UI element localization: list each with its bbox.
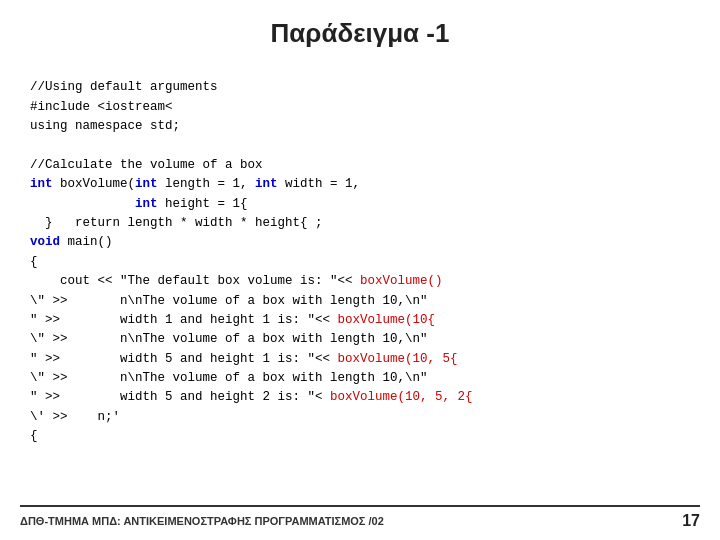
code-area: //Using default arguments #include <iost… bbox=[0, 59, 720, 447]
footer: ΔΠΘ-ΤΜΗΜΑ ΜΠΔ: ΑΝΤΙΚΕΙΜΕΝΟΣΤΡΑΦΗΣ ΠΡΟΓΡΑ… bbox=[20, 505, 700, 530]
slide-title: Παράδειγμα -1 bbox=[0, 0, 720, 59]
footer-text: ΔΠΘ-ΤΜΗΜΑ ΜΠΔ: ΑΝΤΙΚΕΙΜΕΝΟΣΤΡΑΦΗΣ ΠΡΟΓΡΑ… bbox=[20, 515, 384, 527]
comment-line1: //Using default arguments #include <iost… bbox=[30, 80, 473, 443]
footer-number: 17 bbox=[682, 512, 700, 530]
